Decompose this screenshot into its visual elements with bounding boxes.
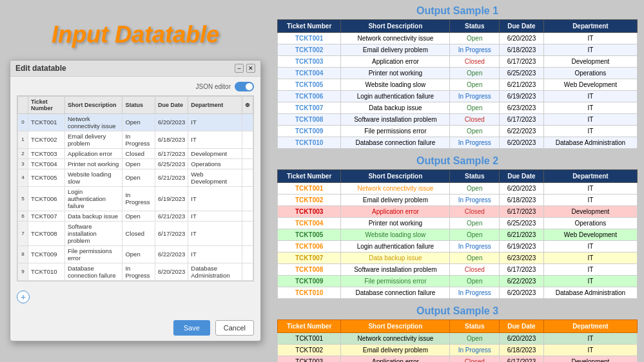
cell-desc: Printer not working (65, 158, 122, 169)
left-panel: Input Datatable Edit datatable – ✕ JSON … (0, 0, 271, 362)
cell-ticket: TCKT001 (278, 183, 341, 195)
cell-dept: Web Development (543, 79, 637, 91)
cell-status: Closed (450, 356, 500, 363)
cell-desc: Network connectivity issue (341, 333, 450, 345)
cell-due: 6/25/2023 (500, 68, 544, 79)
cell-status: In Progress (450, 345, 500, 356)
table-row[interactable]: 5 TCKT006 Login authentication failure I… (18, 186, 253, 211)
cell-desc: Email delivery problem (341, 345, 450, 356)
cell-dept: IT (188, 211, 242, 221)
cell-ticket: TCKT006 (278, 241, 341, 252)
cell-desc: File permissions error (341, 126, 450, 137)
s1-th-desc: Short Description (341, 20, 450, 33)
cell-action (242, 169, 253, 186)
cell-due: 6/20/2023 (500, 33, 544, 44)
cell-ticket: TCKT001 (278, 333, 341, 345)
s1-th-due: Due Date (500, 20, 544, 33)
col-ticket: Ticket Number (28, 96, 65, 113)
table-row[interactable]: 4 TCKT005 Website loading slow Open 6/21… (18, 169, 253, 186)
cell-dept: Operations (543, 218, 637, 229)
sample3-table: Ticket Number Short Description Status D… (277, 319, 638, 362)
input-label: Input Datatable (52, 21, 219, 48)
cell-due: 6/18/2023 (500, 345, 544, 356)
cell-action (242, 148, 253, 158)
table-row: TCKT002 Email delivery problem In Progre… (278, 195, 638, 206)
cell-ticket: TCKT005 (278, 229, 341, 241)
cell-desc: Software installation problem (65, 221, 122, 245)
cancel-button[interactable]: Cancel (215, 320, 254, 336)
cell-ticket: TCKT010 (278, 137, 341, 149)
table-row: TCKT010 Database connection failure In P… (278, 137, 638, 149)
table-row: TCKT006 Login authentication failure In … (278, 241, 638, 252)
table-row[interactable]: 3 TCKT004 Printer not working Open 6/25/… (18, 158, 253, 169)
table-row[interactable]: 9 TCKT010 Database connection failure In… (18, 263, 253, 280)
cell-status: Closed (450, 56, 500, 68)
json-editor-label: JSON editor (196, 83, 231, 90)
table-row[interactable]: 0 TCKT001 Network connectivity issue Ope… (18, 113, 253, 131)
minimize-button[interactable]: – (235, 64, 244, 73)
cell-ticket: TCKT007 (278, 252, 341, 264)
cell-status: In Progress (122, 131, 155, 148)
dialog-title: Edit datatable (15, 64, 66, 73)
add-row-button[interactable]: + (17, 291, 30, 303)
table-row[interactable]: 2 TCKT003 Application error Closed 6/17/… (18, 148, 253, 158)
cell-due: 6/21/2023 (500, 229, 544, 241)
cell-desc: Data backup issue (341, 252, 450, 264)
table-row[interactable]: 7 TCKT008 Software installation problem … (18, 221, 253, 245)
table-row[interactable]: 1 TCKT002 Email delivery problem In Prog… (18, 131, 253, 148)
cell-ticket: TCKT007 (28, 211, 65, 221)
table-row: TCKT003 Application error Closed 6/17/20… (278, 356, 638, 363)
cell-ticket: TCKT010 (28, 263, 65, 280)
cell-dept: IT (188, 131, 242, 148)
table-header-row: Ticket Number Short Description Status D… (18, 96, 253, 113)
cell-status: Closed (450, 206, 500, 218)
s2-th-due: Due Date (500, 170, 544, 183)
cell-due: 6/17/2023 (500, 264, 544, 276)
json-toggle[interactable] (235, 82, 254, 91)
dialog-controls: – ✕ (235, 64, 255, 73)
table-row: TCKT001 Network connectivity issue Open … (278, 333, 638, 345)
cell-dept: IT (543, 333, 637, 345)
cell-due: 6/18/2023 (500, 44, 544, 56)
s2-th-dept: Department (543, 170, 637, 183)
s3-th-due: Due Date (500, 320, 544, 333)
cell-action (242, 263, 253, 280)
cell-status: Open (450, 333, 500, 345)
save-button[interactable]: Save (173, 320, 210, 336)
table-row[interactable]: 6 TCKT007 Data backup issue Open 6/21/20… (18, 211, 253, 221)
cell-ticket: TCKT002 (28, 131, 65, 148)
cell-dept: Operations (543, 68, 637, 79)
dialog-titlebar: Edit datatable – ✕ (10, 61, 260, 77)
cell-status: In Progress (450, 287, 500, 299)
table-row: TCKT007 Data backup issue Open 6/23/2023… (278, 252, 638, 264)
cell-status: Open (450, 102, 500, 114)
cell-status: Open (450, 183, 500, 195)
cell-status: Open (450, 276, 500, 287)
cell-due: 6/17/2023 (155, 221, 188, 245)
cell-dept: IT (543, 126, 637, 137)
row-index: 9 (18, 263, 28, 280)
cell-desc: Application error (341, 56, 450, 68)
sample1-title: Output Sample 1 (277, 5, 638, 17)
cell-status: Closed (450, 114, 500, 126)
s2-th-ticket: Ticket Number (278, 170, 341, 183)
cell-desc: File permissions error (341, 276, 450, 287)
table-row[interactable]: 8 TCKT009 File permissions error Open 6/… (18, 245, 253, 263)
cell-due: 6/25/2023 (155, 158, 188, 169)
cell-desc: Network connectivity issue (341, 183, 450, 195)
cell-due: 6/25/2023 (500, 218, 544, 229)
edit-dialog: Edit datatable – ✕ JSON editor Ticket Nu… (10, 60, 261, 341)
cell-desc: Website loading slow (341, 79, 450, 91)
close-button[interactable]: ✕ (246, 64, 255, 73)
table-row: TCKT007 Data backup issue Open 6/23/2023… (278, 102, 638, 114)
cell-due: 6/17/2023 (155, 148, 188, 158)
cell-due: 6/20/2023 (500, 137, 544, 149)
s1-th-ticket: Ticket Number (278, 20, 341, 33)
table-row: TCKT009 File permissions error Open 6/22… (278, 276, 638, 287)
cell-status: In Progress (450, 44, 500, 56)
table-row: TCKT001 Network connectivity issue Open … (278, 33, 638, 44)
cell-desc: Application error (341, 206, 450, 218)
cell-status: Open (450, 252, 500, 264)
cell-status: Open (450, 229, 500, 241)
cell-desc: Printer not working (341, 218, 450, 229)
